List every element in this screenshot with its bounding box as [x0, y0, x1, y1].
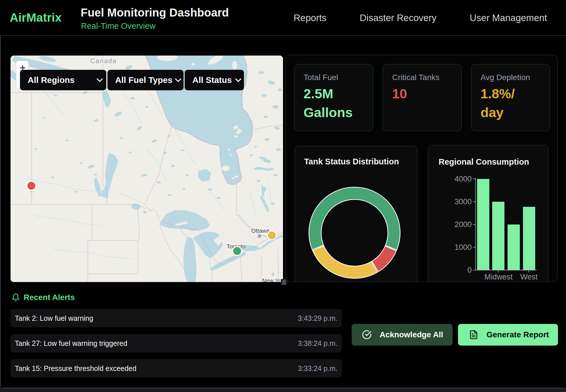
svg-text:1000: 1000 [455, 243, 472, 252]
svg-text:Ottawa: Ottawa [251, 228, 270, 234]
svg-text:2000: 2000 [455, 220, 472, 229]
svg-text:4000: 4000 [455, 175, 472, 183]
svg-text:West: West [520, 273, 538, 281]
svg-text:Midwest: Midwest [484, 273, 513, 281]
svg-text:New York: New York [262, 277, 283, 282]
svg-text:0: 0 [467, 266, 472, 274]
svg-text:Canada: Canada [90, 57, 117, 65]
svg-text:3000: 3000 [455, 197, 472, 206]
